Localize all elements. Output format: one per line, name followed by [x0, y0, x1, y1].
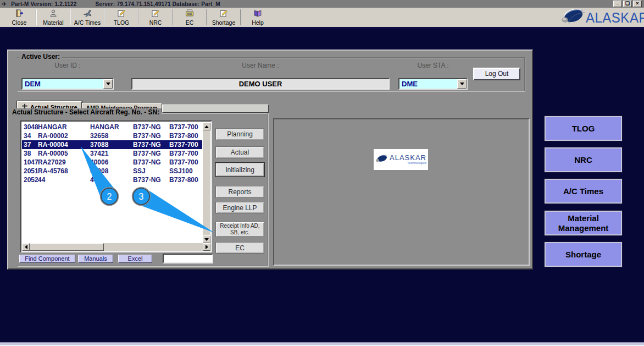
toolbar-ac-times-button[interactable]: A/C Times	[73, 8, 102, 27]
part-m-application-window: ✈ Part-M Version: 1.2.1122 Server: 79.17…	[0, 0, 644, 346]
user-sta-combobox[interactable]: DME	[398, 78, 468, 90]
user-sta-value: DME	[399, 80, 457, 88]
toolbar-separator	[206, 9, 207, 25]
user-id-combobox[interactable]: DEM	[21, 78, 114, 90]
display-panel: ALASKAR Technologies	[273, 118, 530, 266]
printer-icon	[185, 9, 194, 19]
toolbar-close-label: Close	[12, 19, 27, 26]
note-pencil-icon	[219, 9, 228, 19]
toolbar-ec-label: EC	[186, 19, 194, 26]
alaskar-logo-text: ALASKAR	[586, 9, 644, 26]
scroll-left-icon[interactable]	[22, 243, 30, 251]
aircraft-listbox[interactable]: 3048HANGARHANGARB737-NGB737-700 34RA-000…	[20, 120, 212, 252]
toolbar-separator	[172, 9, 173, 25]
find-component-button[interactable]: Find Component	[19, 255, 75, 263]
toolbar: Close Material A/C Times TLOG NRC EC	[0, 8, 644, 29]
aircraft-row[interactable]: 2051RA-4576805008SSJSSJ100	[22, 167, 202, 175]
toolbar-tlog-button[interactable]: TLOG	[107, 8, 136, 27]
reports-button[interactable]: Reports	[215, 186, 264, 198]
toolbar-nrc-label: NRC	[149, 19, 162, 26]
note-pencil-icon	[117, 9, 126, 19]
sidebar-shortage-button[interactable]: Shortage	[544, 241, 623, 267]
aircraft-select-group-label: Actual Structure - Select Aircraft Reg. …	[10, 108, 162, 116]
person-icon	[49, 9, 58, 19]
aircraft-rows: 3048HANGARHANGARB737-NGB737-700 34RA-000…	[22, 123, 202, 243]
aircraft-row[interactable]: 38RA-0000537421B737-NGB737-700	[22, 149, 202, 158]
sidebar-ac-times-button[interactable]: A/C Times	[544, 178, 623, 204]
exit-door-icon	[15, 9, 24, 19]
toolbar-ac-times-label: A/C Times	[74, 19, 101, 26]
toolbar-separator	[240, 9, 241, 25]
toolbar-close-button[interactable]: Close	[4, 8, 34, 27]
titlebar-product-text: Part-M Version: 1.2.1122	[11, 1, 76, 7]
toolbar-tlog-label: TLOG	[114, 19, 130, 26]
scroll-right-icon[interactable]	[203, 243, 210, 251]
minimize-icon[interactable]: _	[613, 1, 622, 7]
ec-button[interactable]: EC	[215, 242, 264, 254]
aircraft-row[interactable]: 3048HANGARHANGARB737-NGB737-700	[22, 123, 202, 131]
window-controls: _ ❏ ×	[613, 1, 642, 7]
excel-button[interactable]: Excel	[118, 255, 152, 263]
filter-input[interactable]	[163, 254, 213, 263]
aircraft-row[interactable]: 1047RA2702940006B737-NGB737-700	[22, 158, 202, 167]
sidebar-material-management-button[interactable]: Material Management	[544, 210, 623, 236]
titlebar-server-text: Server: 79.174.71.151,49171 Database: Pa…	[96, 1, 220, 7]
manuals-button[interactable]: Manuals	[78, 255, 113, 263]
titlebar: ✈ Part-M Version: 1.2.1122 Server: 79.17…	[0, 0, 644, 8]
restore-icon[interactable]: ❏	[623, 1, 632, 7]
sidebar-nrc-button[interactable]: NRC	[544, 147, 623, 173]
chevron-down-icon[interactable]	[457, 79, 467, 89]
user-id-label: User ID :	[21, 62, 114, 69]
scrollbar-thumb[interactable]	[30, 243, 104, 251]
toolbar-separator	[138, 9, 139, 25]
vertical-scrollbar[interactable]	[203, 123, 210, 243]
receipt-info-button[interactable]: Receipt Info AD, SB, etc.	[215, 222, 264, 237]
log-out-button[interactable]: Log Out	[473, 68, 520, 80]
scrollbar-track[interactable]	[104, 243, 203, 251]
note-pencil-icon	[151, 9, 160, 19]
bottom-edge-strip	[0, 342, 644, 346]
scroll-up-icon[interactable]	[203, 123, 210, 130]
aircraft-row[interactable]: 34RA-0000232658B737-NGB737-800	[22, 131, 202, 140]
toolbar-shortage-label: Shortage	[212, 19, 236, 26]
alaskar-logo-subtitle: Technologies	[407, 161, 426, 165]
engine-llp-button[interactable]: Engine LLP	[215, 202, 264, 213]
close-icon[interactable]: ×	[633, 1, 642, 7]
alaskar-logo-text: ALASKAR	[390, 154, 426, 161]
toolbar-ec-button[interactable]: EC	[175, 8, 204, 27]
toolbar-separator	[70, 9, 71, 25]
chevron-down-icon[interactable]	[103, 79, 113, 89]
user-name-label: User Name :	[131, 62, 390, 69]
aircraft-row-selected[interactable]: 37RA-0000437088B737-NGB737-700	[22, 140, 202, 149]
scroll-down-icon[interactable]	[203, 235, 210, 243]
toolbar-help-label: Help	[252, 19, 264, 26]
book-icon	[253, 9, 262, 19]
alaskar-swoosh-icon	[560, 8, 586, 27]
alaskar-logo-header: ALASKAR	[560, 8, 644, 27]
planning-button[interactable]: Planning	[215, 128, 264, 140]
user-name-field: DEMO USER	[131, 78, 390, 90]
actual-button[interactable]: Actual	[215, 146, 264, 158]
aircraft-row[interactable]: 20524444B737-NGB737-800	[22, 175, 202, 184]
horizontal-scrollbar[interactable]	[22, 243, 210, 251]
alaskar-swoosh-icon	[375, 154, 388, 166]
alaskar-logo-box: ALASKAR Technologies	[374, 149, 428, 170]
tab-strip-filler	[162, 105, 269, 113]
app-airplane-icon: ✈	[2, 1, 7, 7]
toolbar-help-button[interactable]: Help	[243, 8, 273, 27]
airplane-icon	[83, 9, 92, 19]
user-id-value: DEM	[23, 80, 103, 88]
toolbar-material-label: Material	[43, 19, 63, 26]
toolbar-material-button[interactable]: Material	[38, 8, 68, 27]
active-user-group-label: Active User:	[19, 53, 62, 61]
toolbar-shortage-button[interactable]: Shortage	[209, 8, 238, 27]
initializing-button[interactable]: Initializing	[215, 163, 264, 177]
toolbar-separator	[36, 9, 37, 25]
sidebar-tlog-button[interactable]: TLOG	[544, 116, 623, 141]
toolbar-nrc-button[interactable]: NRC	[141, 8, 170, 27]
main-panel: Active User: User ID : DEM User Name : D…	[7, 50, 533, 270]
user-sta-label: User STA :	[398, 62, 468, 69]
toolbar-separator	[104, 9, 105, 25]
